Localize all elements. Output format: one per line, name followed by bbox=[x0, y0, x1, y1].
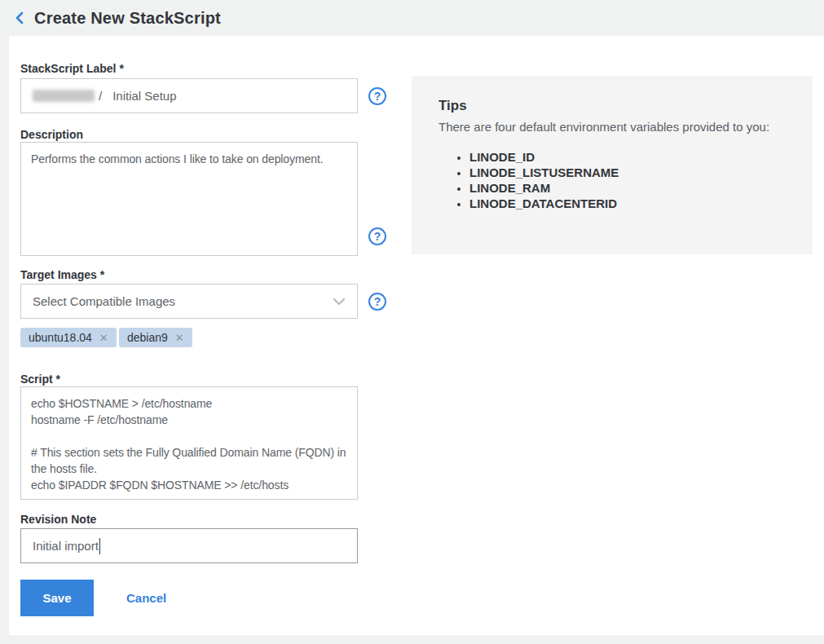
tips-title: Tips bbox=[438, 98, 467, 114]
back-button[interactable] bbox=[10, 8, 29, 28]
target-images-help-icon[interactable]: ? bbox=[368, 293, 386, 311]
page-header: Create New StackScript bbox=[0, 0, 824, 36]
target-images-label: Target Images * bbox=[20, 268, 104, 281]
env-variables-list: LINODE_ID LINODE_LISTUSERNAME LINODE_RAM… bbox=[412, 149, 619, 211]
script-textarea[interactable]: echo $HOSTNAME > /etc/hostname hostname … bbox=[20, 386, 358, 500]
env-variable-item: LINODE_RAM bbox=[469, 180, 619, 196]
revision-note-label: Revision Note bbox=[20, 513, 96, 526]
username-separator: / bbox=[99, 89, 102, 103]
tips-panel: Tips There are four default environment … bbox=[412, 76, 813, 254]
tag-label: debian9 bbox=[127, 331, 168, 344]
target-images-select[interactable]: Select Compatible Images bbox=[20, 284, 358, 319]
page-title: Create New StackScript bbox=[34, 9, 221, 28]
save-button[interactable]: Save bbox=[20, 580, 94, 616]
redacted-username bbox=[33, 90, 95, 102]
stackscript-label-input[interactable]: / Initial Setup bbox=[20, 78, 358, 113]
revision-note-input[interactable]: Initial import bbox=[20, 528, 358, 563]
chevron-left-icon bbox=[14, 11, 25, 24]
tag-debian9: debian9 ✕ bbox=[119, 328, 192, 347]
description-textarea[interactable]: Performs the common actions I like to ta… bbox=[20, 142, 358, 256]
tips-intro: There are four default environment varia… bbox=[438, 120, 769, 134]
chevron-down-icon bbox=[333, 298, 346, 306]
create-stackscript-page: Create New StackScript StackScript Label… bbox=[0, 0, 824, 644]
description-help-icon[interactable]: ? bbox=[368, 227, 386, 245]
target-images-placeholder: Select Compatible Images bbox=[33, 294, 175, 308]
env-variable-item: LINODE_DATACENTERID bbox=[469, 196, 619, 211]
revision-note-value: Initial import bbox=[33, 539, 99, 553]
description-label: Description bbox=[20, 128, 83, 141]
tag-ubuntu18-04: ubuntu18.04 ✕ bbox=[20, 328, 117, 347]
stackscript-label-value: Initial Setup bbox=[112, 89, 176, 103]
remove-tag-icon[interactable]: ✕ bbox=[99, 332, 108, 344]
stackscript-label-label: StackScript Label * bbox=[20, 62, 124, 75]
script-label: Script * bbox=[20, 373, 60, 386]
text-cursor bbox=[99, 538, 100, 554]
env-variable-item: LINODE_LISTUSERNAME bbox=[469, 165, 619, 180]
cancel-button[interactable]: Cancel bbox=[121, 580, 171, 616]
remove-tag-icon[interactable]: ✕ bbox=[175, 332, 184, 344]
label-help-icon[interactable]: ? bbox=[368, 87, 386, 105]
env-variable-item: LINODE_ID bbox=[469, 149, 619, 165]
tag-label: ubuntu18.04 bbox=[29, 331, 92, 344]
